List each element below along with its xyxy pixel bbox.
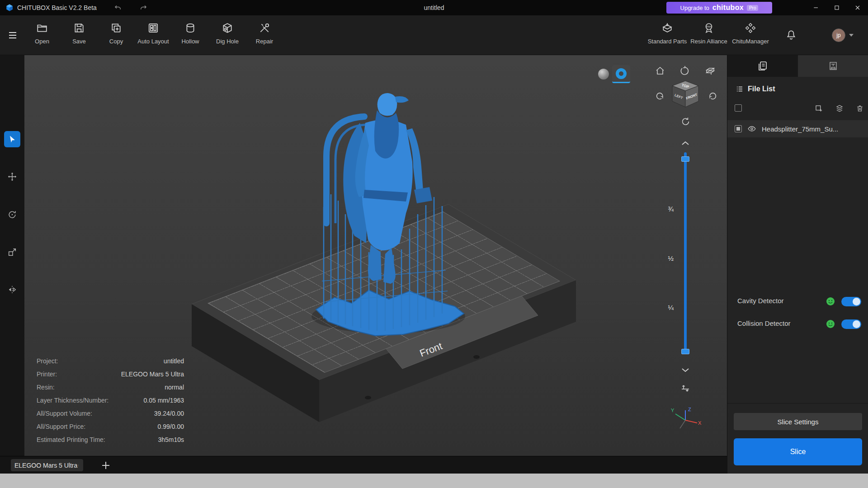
visibility-eye-icon[interactable]	[747, 124, 756, 133]
home-view-button[interactable]	[655, 66, 665, 76]
info-label: Estimated Printing Time:	[37, 436, 105, 443]
copy-button[interactable]: Copy	[98, 15, 135, 55]
rma-icon-text: RMA	[706, 25, 712, 28]
add-file-icon	[815, 104, 823, 113]
kebab-menu-icon[interactable]	[77, 462, 80, 469]
slider-step-up-button[interactable]	[680, 140, 690, 146]
axis-x-label: X	[698, 420, 702, 426]
info-label: Project:	[37, 357, 58, 365]
select-tool-button[interactable]	[4, 131, 20, 147]
file-list-tab-icon	[757, 61, 768, 71]
rotate-cw-icon	[680, 117, 690, 127]
maximize-icon	[833, 4, 840, 11]
cavity-detector-toggle[interactable]	[841, 297, 861, 306]
printer-tab-label: ELEGOO Mars 5 Ultra	[14, 462, 77, 469]
flip-clip-direction-button[interactable]	[680, 382, 691, 393]
move-arrows-icon	[7, 172, 17, 182]
repair-tools-icon	[259, 22, 270, 34]
z-clip-lower-handle[interactable]	[681, 349, 689, 354]
redo-button[interactable]	[137, 2, 150, 13]
add-file-button[interactable]	[815, 104, 823, 113]
view-cube[interactable]: TOP LEFT FRONT	[668, 79, 703, 112]
tab-file-list[interactable]	[727, 55, 798, 77]
rotate-view-cw-button[interactable]	[680, 117, 690, 127]
delete-file-button[interactable]	[856, 104, 864, 113]
info-value: normal	[165, 384, 184, 391]
scale-tool-button[interactable]	[4, 244, 20, 260]
info-row-resin: Resin: normal	[37, 380, 184, 394]
z-clip-upper-handle[interactable]	[681, 156, 689, 162]
hamburger-menu-button[interactable]	[5, 27, 21, 43]
merge-files-button[interactable]	[835, 104, 844, 113]
chitubox-logo-icon	[5, 4, 14, 12]
info-value: untitled	[164, 357, 184, 365]
move-tool-button[interactable]	[4, 169, 20, 185]
rotate-view-right-button[interactable]	[708, 91, 717, 100]
hollow-button[interactable]: Hollow	[172, 15, 209, 55]
chitubox-app: CHITUBOX Basic V2.2 Beta untitled Upgrad…	[0, 0, 868, 488]
auto-layout-button[interactable]: Auto Layout	[135, 15, 172, 55]
trash-icon	[856, 104, 864, 113]
hollow-label: Hollow	[181, 38, 199, 45]
undo-button[interactable]	[111, 2, 125, 13]
upgrade-to-pro-button[interactable]: Upgrade to chitubox Pro	[666, 2, 772, 14]
bell-icon	[785, 29, 797, 41]
file-list-item[interactable]: Headsplitter_75mm_Su...	[727, 120, 868, 137]
save-button[interactable]: Save	[61, 15, 98, 55]
open-button[interactable]: Open	[24, 15, 61, 55]
axis-z-label: Z	[688, 407, 691, 412]
dig-hole-button[interactable]: Dig Hole	[209, 15, 246, 55]
model-figure	[343, 93, 432, 284]
transparent-sphere-icon	[616, 68, 627, 79]
slider-mark-quarter: ¼	[656, 304, 674, 312]
avatar-dropdown-caret-icon[interactable]	[849, 34, 854, 37]
select-all-checkbox[interactable]	[735, 104, 742, 112]
mirror-tool-button[interactable]	[4, 282, 20, 298]
perspective-toggle-button[interactable]	[705, 66, 716, 76]
toggle-knob	[853, 298, 860, 305]
close-icon	[854, 4, 861, 11]
save-label: Save	[72, 38, 86, 45]
close-button[interactable]	[847, 0, 868, 15]
collision-detector-label: Collision Detector	[737, 319, 791, 327]
slice-button[interactable]: Slice	[734, 438, 862, 465]
printer-tab-icon	[828, 61, 839, 71]
viewport-3d[interactable]: Front TOP LEFT FRONT	[24, 55, 727, 456]
hollow-cylinder-icon	[184, 22, 196, 34]
standard-parts-button[interactable]: Standard Parts	[646, 15, 688, 55]
resin-alliance-button[interactable]: RMA Resin Alliance	[688, 15, 730, 55]
solid-view-toggle[interactable]	[594, 65, 613, 83]
slider-mark-half: ½	[656, 254, 674, 263]
tab-printer-settings[interactable]	[798, 55, 868, 77]
chevron-down-icon	[680, 367, 690, 373]
info-value: 39.24/0.00	[154, 410, 184, 417]
minimize-button[interactable]	[806, 0, 826, 15]
user-avatar[interactable]: jp	[832, 28, 845, 42]
z-clip-slider-track[interactable]	[684, 152, 687, 354]
dig-hole-label: Dig Hole	[216, 38, 239, 45]
collision-detector-toggle[interactable]	[841, 319, 861, 329]
add-printer-tab-button[interactable]	[100, 460, 111, 471]
standard-parts-label: Standard Parts	[648, 38, 687, 45]
rotate-tool-button[interactable]	[4, 206, 20, 223]
info-value: 3h5m10s	[158, 436, 184, 443]
main-toolbar: Open Save Copy Auto Layout Hollow Dig Ho…	[0, 15, 868, 55]
notifications-button[interactable]	[785, 29, 798, 42]
upgrade-prefix-label: Upgrade to	[680, 5, 709, 11]
rotate-view-left-button[interactable]	[656, 91, 665, 100]
titlebar: CHITUBOX Basic V2.2 Beta untitled Upgrad…	[0, 0, 868, 15]
chitumanager-button[interactable]: ChituManager	[730, 15, 771, 55]
info-row-volume: All/Support Volume: 39.24/0.00	[37, 407, 184, 420]
maximize-button[interactable]	[826, 0, 847, 15]
file-list-header: File List	[736, 82, 775, 96]
model-headsplitter[interactable]	[316, 93, 464, 336]
printer-tab-elegoo[interactable]: ELEGOO Mars 5 Ultra	[11, 459, 83, 471]
file-checkbox[interactable]	[735, 125, 742, 132]
slice-settings-button[interactable]: Slice Settings	[734, 413, 862, 430]
slider-step-down-button[interactable]	[680, 367, 690, 373]
transparent-view-toggle[interactable]	[612, 65, 630, 83]
info-label: Printer:	[37, 371, 57, 378]
repair-button[interactable]: Repair	[246, 15, 283, 55]
cavity-detector-label: Cavity Detector	[737, 297, 784, 305]
reset-rotation-button[interactable]	[679, 66, 690, 76]
